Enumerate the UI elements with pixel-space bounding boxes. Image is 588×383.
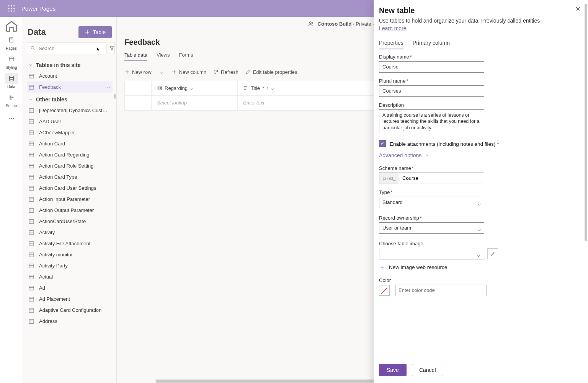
pointer-cursor-icon (95, 47, 101, 54)
refresh-button[interactable]: Refresh (213, 69, 238, 75)
sidebar-table-item[interactable]: Ad (27, 282, 113, 293)
label-type: Type* (379, 189, 577, 195)
panel-title: New table (379, 6, 577, 15)
svg-point-12 (10, 96, 10, 96)
sidebar-table-item[interactable]: Feedback⋯ (27, 81, 113, 93)
svg-rect-22 (29, 153, 34, 157)
svg-rect-25 (29, 186, 34, 190)
svg-rect-21 (29, 142, 34, 146)
sidebar-table-item[interactable]: Action Card Type (27, 171, 113, 183)
panel-tab-properties[interactable]: Properties (379, 37, 403, 49)
ownership-select[interactable]: ⌵ (379, 222, 484, 234)
plural-name-input[interactable] (379, 85, 484, 97)
rail-styling[interactable]: Styling (0, 52, 23, 71)
save-button[interactable]: Save (379, 364, 407, 376)
edit-properties-button[interactable]: Edit table properties (245, 69, 297, 75)
svg-rect-32 (29, 264, 34, 268)
sidebar-table-item[interactable]: AAD User (27, 116, 113, 127)
sidebar-table-item[interactable]: ActionCardUserState (27, 216, 113, 227)
sidebar-table-item[interactable]: Actual (27, 271, 113, 282)
schema-prefix: cr793_ (379, 173, 399, 184)
sidebar-table-item[interactable]: [Deprecated] Dynamics Cust… (27, 105, 113, 116)
sidebar-table-item[interactable]: Account⋯ (27, 70, 113, 81)
tab-views[interactable]: Views (157, 49, 170, 61)
new-table-button[interactable]: Table (78, 26, 112, 38)
sidebar-table-item[interactable]: Action Card User Settings (27, 183, 113, 194)
new-image-resource-button[interactable]: ＋ New image web resource (379, 263, 577, 271)
more-icon[interactable]: ⋯ (105, 84, 110, 90)
rail-setup[interactable]: Set up (0, 90, 23, 109)
label-description: Description (379, 102, 577, 108)
sidebar-table-item[interactable]: Activity (27, 227, 113, 238)
sidebar-title: Data (28, 27, 46, 37)
checkbox-checked-icon: ✓ (379, 140, 386, 147)
sidebar-table-item[interactable]: Activity Party (27, 260, 113, 271)
advanced-options-toggle[interactable]: Advanced options (379, 152, 577, 158)
svg-point-13 (12, 97, 13, 98)
chevron-up-icon (425, 153, 429, 158)
sidebar-table-item[interactable]: Ad Placement (27, 293, 113, 305)
schema-name-input[interactable] (399, 173, 484, 184)
sidebar-table-item[interactable]: Activity monitor (27, 249, 113, 260)
learn-more-link[interactable]: Learn more (379, 25, 407, 31)
sidebar-table-item[interactable]: Action Card Role Setting (27, 160, 113, 171)
home-icon[interactable] (5, 19, 18, 33)
filter-button[interactable] (109, 42, 115, 54)
search-input-wrap[interactable] (27, 42, 106, 54)
tab-table-data[interactable]: Table data (124, 49, 147, 61)
new-column-button[interactable]: New column (172, 69, 207, 75)
text-placeholder[interactable]: Enter text (243, 100, 265, 106)
description-input[interactable] (379, 109, 484, 133)
section-other-tables[interactable]: Other tables (27, 93, 113, 105)
left-rail: Pages Styling Data Set up ⋯ (0, 17, 23, 383)
panel-tab-primary[interactable]: Primary column (413, 37, 450, 49)
color-swatch-none[interactable] (379, 285, 390, 296)
sidebar-table-item[interactable]: ACIViewMapper (27, 127, 113, 138)
waffle-icon[interactable] (3, 0, 20, 17)
svg-rect-17 (29, 85, 34, 89)
sidebar-table-item[interactable]: Action Card Regarding (27, 149, 113, 160)
new-row-split[interactable]: ⌵ (158, 69, 165, 75)
svg-rect-30 (29, 241, 34, 246)
rail-more-icon[interactable]: ⋯ (5, 111, 18, 125)
svg-rect-35 (29, 297, 34, 301)
lookup-placeholder[interactable]: Select lookup (157, 100, 187, 106)
sidebar-scrollbar[interactable] (114, 94, 116, 99)
chevron-down-icon: ⌵ (190, 85, 193, 91)
panel-scrollbar[interactable] (585, 4, 587, 379)
cancel-button[interactable]: Cancel (412, 364, 443, 376)
svg-rect-18 (29, 108, 34, 112)
sidebar-table-item[interactable]: Action Card (27, 138, 113, 149)
panel-description: Use tables to hold and organize your dat… (379, 17, 577, 25)
svg-rect-29 (29, 230, 34, 235)
rail-data[interactable]: Data (0, 71, 23, 90)
edit-image-button[interactable] (487, 248, 498, 259)
plus-icon (172, 69, 177, 75)
section-tables-in-site[interactable]: Tables in this site (27, 58, 113, 70)
sort-asc-icon: ↑ (266, 86, 269, 90)
type-select[interactable]: ⌵ (379, 197, 484, 208)
label-table-image: Choose table image (379, 241, 577, 246)
rail-pages[interactable]: Pages (0, 33, 23, 52)
color-code-input[interactable] (395, 285, 487, 296)
sidebar-table-item[interactable]: Adaptive Card Configuration (27, 305, 113, 316)
sidebar-table-item[interactable]: Address (27, 316, 113, 327)
close-button[interactable]: ✕ (575, 5, 580, 13)
svg-rect-33 (29, 275, 34, 279)
svg-point-15 (31, 46, 34, 49)
tab-forms[interactable]: Forms (179, 49, 193, 61)
text-icon (243, 85, 248, 91)
sidebar-table-item[interactable]: Activity File Attachment (27, 238, 113, 249)
new-row-button[interactable]: New row (124, 69, 152, 75)
column-regarding[interactable]: Regarding ⌵ (152, 81, 238, 95)
label-display-name: Display name* (379, 54, 577, 60)
svg-rect-19 (29, 119, 34, 124)
people-icon (308, 20, 315, 27)
display-name-input[interactable] (379, 61, 484, 73)
svg-rect-28 (29, 219, 34, 223)
sidebar-table-item[interactable]: Action Output Parameter (27, 205, 113, 216)
search-input[interactable] (39, 46, 103, 51)
table-image-select[interactable]: ⌵ (379, 248, 483, 259)
enable-attachments-checkbox[interactable]: ✓ Enable attachments (including notes an… (379, 140, 577, 147)
sidebar-table-item[interactable]: Action Input Parameter (27, 194, 113, 205)
